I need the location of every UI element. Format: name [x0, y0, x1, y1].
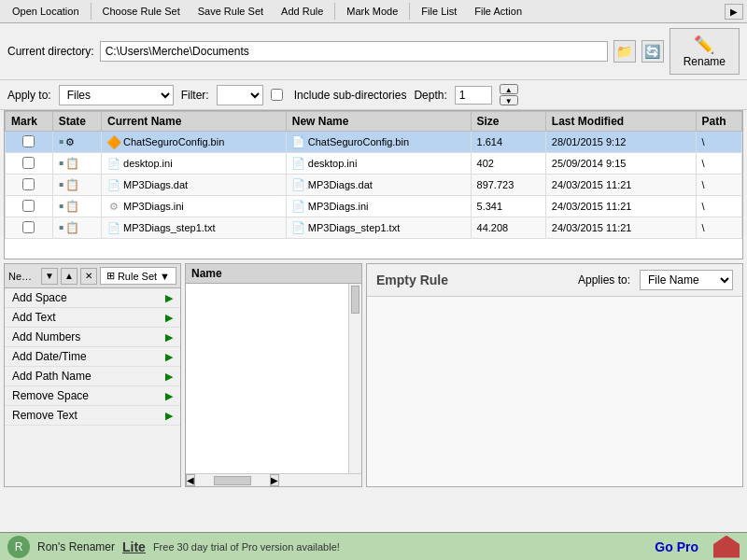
action-item[interactable]: Remove Space ▶	[5, 386, 180, 406]
action-item[interactable]: Add Space ▶	[5, 288, 180, 308]
file-list-btn[interactable]: File List	[413, 2, 465, 21]
vlc-icon: 🔶	[107, 135, 120, 148]
doc-small-icon: 📋	[65, 221, 79, 234]
row-checkbox[interactable]	[22, 221, 35, 233]
action-item[interactable]: Add Text ▶	[5, 308, 180, 328]
include-subdirs-checkbox[interactable]	[271, 89, 283, 101]
action-item[interactable]: Remove Text ▶	[5, 406, 180, 426]
path-input[interactable]	[100, 41, 608, 62]
row-last-modified: 24/03/2015 11:21	[545, 217, 696, 239]
left-panel: New Rule Set - Rename R ▼ ▲ ✕ ⊞ Rule Set…	[4, 263, 181, 487]
col-header-new-name: New Name	[286, 112, 471, 132]
go-pro-btn[interactable]: Go Pro	[655, 539, 698, 554]
row-checkbox-cell[interactable]	[6, 153, 53, 175]
new-name-text: MP3Diags.dat	[308, 179, 373, 190]
name-list-bottom-scroll[interactable]: ◀ ▶	[186, 473, 361, 486]
row-size: 402	[471, 153, 545, 175]
table-row[interactable]: ▪ 📋 ⚙MP3Diags.ini 📄 MP3Diags.ini 5.341 2…	[6, 196, 742, 217]
row-path: \	[696, 196, 741, 217]
row-last-modified: 24/03/2015 11:21	[545, 175, 696, 196]
rule-up-btn[interactable]: ▲	[61, 268, 78, 285]
row-checkbox-cell[interactable]	[6, 196, 53, 217]
applies-to-label: Applies to:	[578, 273, 630, 287]
new-name-text: MP3Diags_step1.txt	[308, 222, 400, 233]
right-panel: Empty Rule Applies to: File Name Extensi…	[366, 263, 743, 487]
new-name-icon: 📄	[292, 200, 305, 213]
top-toolbar: Open Location Choose Rule Set Save Rule …	[0, 0, 747, 23]
h-scroll-right-btn[interactable]: ▶	[270, 474, 279, 486]
table-row[interactable]: ▪ 📋 📄MP3Diags_step1.txt 📄 MP3Diags_step1…	[6, 217, 742, 239]
row-checkbox-cell[interactable]	[6, 132, 53, 153]
rule-down-btn[interactable]: ▼	[41, 268, 58, 285]
h-scroll-thumb[interactable]	[214, 476, 251, 485]
table-row[interactable]: ▪⚙ 🔶ChatSeguroConfig.bin 📄 ChatSeguroCon…	[6, 132, 742, 153]
actions-list: Add Space ▶ Add Text ▶ Add Numbers ▶ Add…	[5, 288, 180, 486]
name-list-body	[186, 284, 361, 473]
action-item[interactable]: Add Path Name ▶	[5, 367, 180, 386]
row-checkbox[interactable]	[22, 157, 35, 169]
row-size: 1.614	[471, 132, 545, 153]
doc-gear-icon: ⚙	[107, 200, 120, 213]
mark-mode-btn[interactable]: Mark Mode	[338, 2, 406, 21]
file-action-btn[interactable]: File Action	[466, 2, 530, 21]
apply-to-select[interactable]: Files Folders Files and Folders	[59, 85, 174, 105]
rule-set-dropdown-btn[interactable]: ⊞ Rule Set ▼	[100, 267, 176, 285]
applies-to-select[interactable]: File Name Extension Full Name	[640, 270, 733, 290]
action-arrow-icon: ▶	[165, 292, 173, 304]
row-current-name: 🔶ChatSeguroConfig.bin	[102, 132, 287, 153]
action-label: Add Text	[12, 311, 165, 324]
name-list-scrollbar[interactable]	[348, 284, 361, 473]
table-row[interactable]: ▪ 📋 📄desktop.ini 📄 desktop.ini 402 25/09…	[6, 153, 742, 175]
action-label: Remove Text	[12, 409, 165, 422]
current-name-text: desktop.ini	[123, 158, 173, 169]
save-rule-set-btn[interactable]: Save Rule Set	[190, 2, 272, 21]
row-current-name: ⚙MP3Diags.ini	[102, 196, 287, 217]
row-new-name: 📄 desktop.ini	[286, 153, 471, 175]
cube-icon: ▪	[59, 155, 64, 172]
col-header-current-name: Current Name	[102, 112, 287, 132]
path-refresh-btn[interactable]: 🔄	[641, 40, 664, 63]
depth-up-btn[interactable]: ▲	[500, 84, 518, 94]
dropdown-arrow-icon: ▼	[160, 271, 170, 282]
rename-button[interactable]: ✏️ Rename	[669, 28, 740, 75]
row-checkbox-cell[interactable]	[6, 175, 53, 196]
col-header-mark: Mark	[6, 112, 53, 132]
open-location-btn[interactable]: Open Location	[4, 2, 88, 21]
action-item[interactable]: Add Numbers ▶	[5, 328, 180, 347]
row-checkbox[interactable]	[22, 200, 35, 212]
row-last-modified: 24/03/2015 11:21	[545, 196, 696, 217]
toolbar-scroll-right[interactable]: ▶	[725, 4, 743, 20]
table-row[interactable]: ▪ 📋 📄MP3Diags.dat 📄 MP3Diags.dat 897.723…	[6, 175, 742, 196]
name-list-items	[186, 284, 348, 473]
app-icon: R	[7, 536, 30, 558]
row-size: 897.723	[471, 175, 545, 196]
row-state-cell: ▪ 📋	[52, 196, 101, 217]
depth-input[interactable]	[455, 86, 492, 105]
row-checkbox[interactable]	[22, 135, 35, 147]
row-new-name: 📄 MP3Diags.dat	[286, 175, 471, 196]
doc-icon: 📄	[107, 178, 120, 191]
action-item[interactable]: Add Date/Time ▶	[5, 347, 180, 367]
row-size: 5.341	[471, 196, 545, 217]
rule-set-title: New Rule Set - Rename R	[8, 271, 38, 282]
filter-select[interactable]	[217, 85, 263, 105]
h-scroll-left-btn[interactable]: ◀	[186, 474, 195, 486]
depth-down-btn[interactable]: ▼	[500, 95, 518, 105]
gear-small-icon: ⚙	[65, 136, 75, 148]
row-checkbox-cell[interactable]	[6, 217, 53, 239]
row-current-name: 📄MP3Diags.dat	[102, 175, 287, 196]
path-folder-btn[interactable]: 📁	[613, 40, 636, 63]
row-state-cell: ▪ 📋	[52, 153, 101, 175]
row-checkbox[interactable]	[22, 178, 35, 190]
depth-label: Depth:	[414, 89, 446, 102]
new-name-text: ChatSeguroConfig.bin	[308, 136, 409, 147]
choose-rule-set-btn[interactable]: Choose Rule Set	[94, 2, 189, 21]
current-name-text: ChatSeguroConfig.bin	[123, 136, 224, 147]
doc-small-icon: 📋	[65, 178, 79, 191]
rule-delete-btn[interactable]: ✕	[80, 268, 97, 285]
row-last-modified: 25/09/2014 9:15	[545, 153, 696, 175]
add-rule-btn[interactable]: Add Rule	[273, 2, 331, 21]
new-name-icon: 📄	[292, 157, 305, 170]
name-list-header: Name	[186, 264, 361, 284]
middle-panel: Name ◀ ▶	[185, 263, 362, 487]
